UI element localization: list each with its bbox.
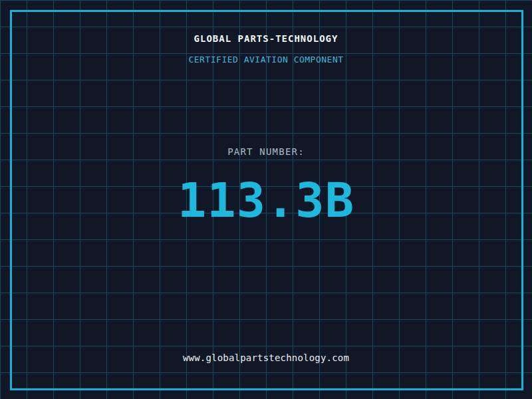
blueprint-placard: GLOBAL PARTS-TECHNOLOGY CERTIFIED AVIATI…: [0, 0, 532, 399]
part-number-label: PART NUMBER:: [0, 146, 532, 157]
certification-subtitle: CERTIFIED AVIATION COMPONENT: [0, 55, 532, 65]
part-number-value: 113.3B: [0, 176, 532, 224]
company-title: GLOBAL PARTS-TECHNOLOGY: [0, 33, 532, 44]
website-url: www.globalpartstechnology.com: [0, 352, 532, 363]
